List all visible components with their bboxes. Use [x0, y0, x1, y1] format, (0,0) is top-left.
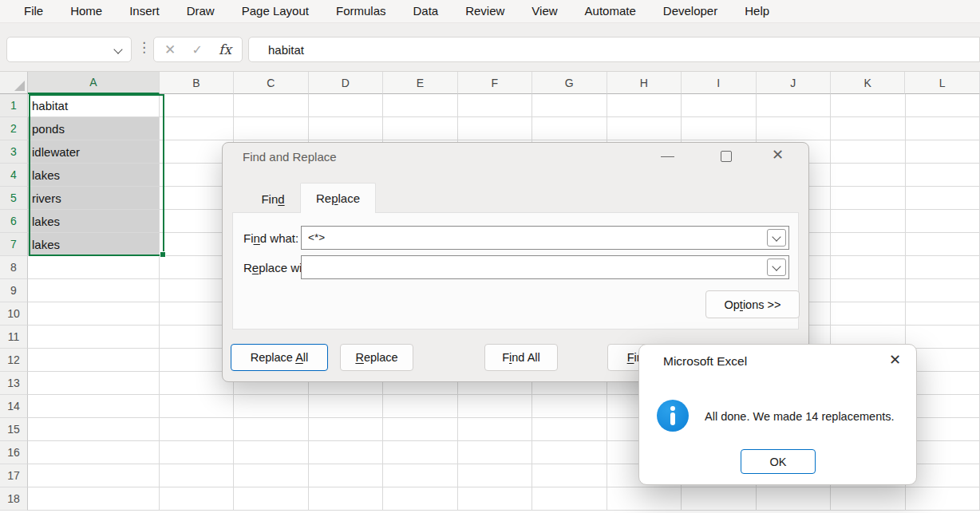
maximize-icon[interactable] — [721, 151, 732, 162]
cell-D15[interactable] — [309, 418, 384, 441]
select-all-corner[interactable] — [0, 72, 28, 94]
menu-item-review[interactable]: Review — [452, 0, 518, 22]
cell-L7[interactable] — [906, 233, 980, 256]
menu-item-page-layout[interactable]: Page Layout — [228, 0, 322, 22]
column-header-H[interactable]: H — [607, 72, 682, 94]
cell-J18[interactable] — [757, 487, 832, 511]
cell-G18[interactable] — [532, 487, 607, 511]
row-header-18[interactable]: 18 — [0, 487, 28, 511]
cell-F14[interactable] — [458, 395, 533, 418]
cell-A3[interactable]: idlewater — [28, 140, 159, 164]
cell-B15[interactable] — [160, 418, 235, 441]
name-box[interactable] — [6, 37, 132, 62]
cell-A8[interactable] — [28, 256, 159, 279]
menu-item-automate[interactable]: Automate — [571, 0, 650, 22]
menu-item-formulas[interactable]: Formulas — [322, 0, 400, 22]
cell-L9[interactable] — [906, 279, 980, 302]
cell-D17[interactable] — [309, 464, 384, 487]
cell-A12[interactable] — [28, 349, 159, 372]
cell-J2[interactable] — [757, 117, 832, 140]
cell-L3[interactable] — [906, 140, 980, 164]
row-header-5[interactable]: 5 — [0, 187, 28, 210]
cell-L18[interactable] — [906, 487, 980, 511]
cell-C1[interactable] — [234, 94, 309, 117]
column-header-F[interactable]: F — [458, 72, 532, 94]
cell-L4[interactable] — [906, 164, 980, 187]
cell-A11[interactable] — [28, 326, 159, 349]
cell-L5[interactable] — [906, 187, 980, 210]
cell-A16[interactable] — [28, 441, 159, 464]
column-header-B[interactable]: B — [160, 72, 234, 94]
alert-close-icon[interactable]: ✕ — [889, 351, 901, 369]
cell-A4[interactable]: lakes — [28, 164, 159, 187]
menu-item-file[interactable]: File — [10, 0, 57, 22]
row-header-14[interactable]: 14 — [0, 395, 28, 418]
row-header-8[interactable]: 8 — [0, 256, 28, 279]
menu-item-insert[interactable]: Insert — [116, 0, 173, 22]
cell-C16[interactable] — [234, 441, 309, 464]
cell-A7[interactable]: lakes — [28, 233, 159, 256]
insert-function-icon[interactable]: fx — [219, 41, 231, 57]
cell-K10[interactable] — [831, 302, 906, 326]
row-header-6[interactable]: 6 — [0, 210, 28, 233]
cell-E1[interactable] — [383, 94, 458, 117]
cell-K9[interactable] — [831, 279, 906, 302]
tab-replace[interactable]: Replace — [300, 183, 376, 213]
replace-with-input[interactable] — [301, 255, 789, 279]
row-header-11[interactable]: 11 — [0, 326, 28, 349]
row-header-7[interactable]: 7 — [0, 233, 28, 256]
cell-L10[interactable] — [906, 302, 980, 326]
menu-item-draw[interactable]: Draw — [173, 0, 228, 22]
cell-B18[interactable] — [160, 487, 235, 511]
cell-I18[interactable] — [682, 487, 757, 511]
column-header-G[interactable]: G — [532, 72, 607, 94]
cell-A9[interactable] — [28, 279, 159, 302]
cell-C2[interactable] — [234, 117, 309, 140]
cell-A6[interactable]: lakes — [28, 210, 159, 233]
cell-A2[interactable]: ponds — [28, 117, 159, 140]
cell-C17[interactable] — [234, 464, 309, 487]
column-header-E[interactable]: E — [383, 72, 457, 94]
cell-G15[interactable] — [532, 418, 607, 441]
cell-E2[interactable] — [383, 117, 458, 140]
cell-B14[interactable] — [160, 395, 235, 418]
cell-E16[interactable] — [383, 441, 458, 464]
cell-K18[interactable] — [831, 487, 906, 511]
menu-item-view[interactable]: View — [518, 0, 571, 22]
cell-A1[interactable]: habitat — [28, 94, 159, 117]
cell-G1[interactable] — [532, 94, 607, 117]
cell-G17[interactable] — [532, 464, 607, 487]
cell-F16[interactable] — [458, 441, 533, 464]
cell-A18[interactable] — [28, 487, 159, 511]
enter-icon[interactable]: ✓ — [192, 42, 202, 57]
cell-E15[interactable] — [383, 418, 458, 441]
row-header-1[interactable]: 1 — [0, 94, 28, 117]
replace-all-button[interactable]: Replace All — [231, 344, 328, 371]
close-icon[interactable]: ✕ — [772, 146, 784, 164]
menu-item-home[interactable]: Home — [57, 0, 116, 22]
cell-D18[interactable] — [309, 487, 384, 511]
cell-A13[interactable] — [28, 372, 159, 395]
tab-find[interactable]: Find — [246, 184, 300, 213]
cell-F15[interactable] — [458, 418, 533, 441]
cell-K3[interactable] — [831, 140, 906, 164]
column-header-D[interactable]: D — [309, 72, 383, 94]
menu-item-data[interactable]: Data — [399, 0, 452, 22]
column-header-A[interactable]: A — [28, 72, 160, 94]
options-button[interactable]: Options >> — [705, 290, 800, 318]
cell-D16[interactable] — [309, 441, 384, 464]
row-header-16[interactable]: 16 — [0, 441, 28, 464]
name-box-dropdown-icon[interactable] — [113, 45, 122, 53]
cell-B16[interactable] — [160, 441, 235, 464]
cell-A17[interactable] — [28, 464, 159, 487]
cell-L6[interactable] — [906, 210, 980, 233]
cell-F1[interactable] — [458, 94, 533, 117]
row-header-9[interactable]: 9 — [0, 279, 28, 302]
cell-K1[interactable] — [831, 94, 906, 117]
row-header-4[interactable]: 4 — [0, 164, 28, 187]
cell-K5[interactable] — [831, 187, 906, 210]
cell-J1[interactable] — [757, 94, 832, 117]
row-header-2[interactable]: 2 — [0, 117, 28, 140]
cell-D14[interactable] — [309, 395, 384, 418]
cell-A15[interactable] — [28, 418, 159, 441]
